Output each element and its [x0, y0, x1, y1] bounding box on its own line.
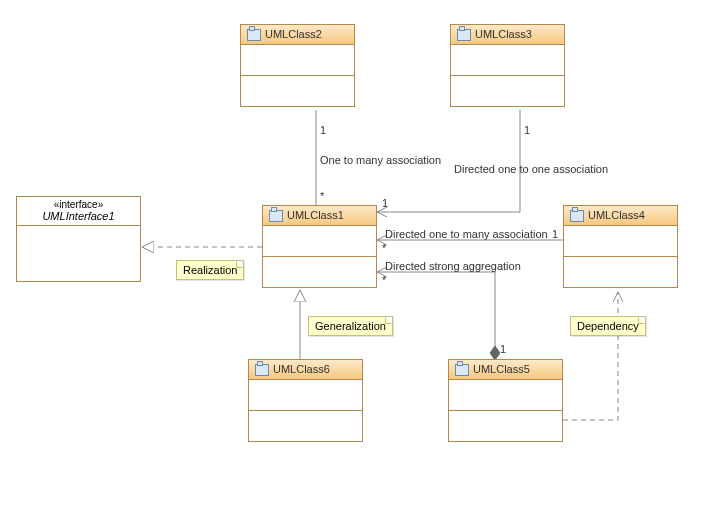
class-icon — [455, 364, 469, 376]
label-e1: One to many association — [320, 154, 441, 166]
mult-c2-src: 1 — [320, 124, 326, 136]
class-name: UMLInterface1 — [17, 210, 140, 226]
uml-class-3[interactable]: UMLClass3 — [450, 24, 565, 107]
class-icon — [247, 29, 261, 41]
uml-class-6[interactable]: UMLClass6 — [248, 359, 363, 442]
class-name: UMLClass6 — [273, 363, 330, 375]
uml-class-4[interactable]: UMLClass4 — [563, 205, 678, 288]
class-icon — [269, 210, 283, 222]
class-name: UMLClass3 — [475, 28, 532, 40]
class-icon — [457, 29, 471, 41]
mult-c3-tgt: 1 — [382, 197, 388, 209]
mult-c4-src: 1 — [552, 228, 558, 240]
uml-interface-1[interactable]: «interface» UMLInterface1 — [16, 196, 141, 282]
uml-class-1[interactable]: UMLClass1 — [262, 205, 377, 288]
mult-c2-tgt: * — [320, 190, 324, 202]
mult-c3-src: 1 — [524, 124, 530, 136]
class-icon — [255, 364, 269, 376]
note-realization[interactable]: Realization — [176, 260, 244, 280]
class-name: UMLClass2 — [265, 28, 322, 40]
stereotype-label: «interface» — [17, 197, 140, 210]
edge-composition-c5-c1 — [377, 272, 495, 359]
class-icon — [570, 210, 584, 222]
mult-c5-tgt: * — [382, 274, 386, 286]
label-e3: Directed one to many association — [385, 228, 548, 240]
class-name: UMLClass1 — [287, 209, 344, 221]
uml-class-2[interactable]: UMLClass2 — [240, 24, 355, 107]
mult-c5-src: 1 — [500, 343, 506, 355]
uml-class-5[interactable]: UMLClass5 — [448, 359, 563, 442]
label-e4: Directed strong aggregation — [385, 260, 521, 272]
class-name: UMLClass4 — [588, 209, 645, 221]
note-dependency[interactable]: Dependency — [570, 316, 646, 336]
note-generalization[interactable]: Generalization — [308, 316, 393, 336]
edge-dependency-c5-c4 — [563, 292, 618, 420]
class-name: UMLClass5 — [473, 363, 530, 375]
mult-c4-tgt: * — [382, 242, 386, 254]
label-e2: Directed one to one association — [454, 163, 608, 175]
